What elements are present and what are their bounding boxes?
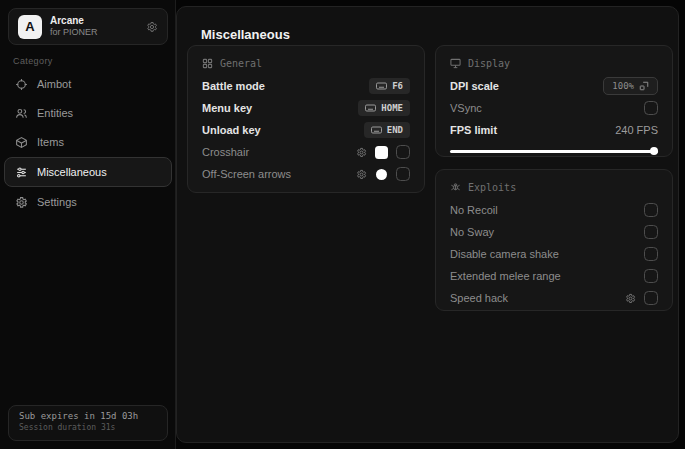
sidebar-nav: Aimbot Entities Items Miscellaneous Sett… <box>4 70 172 217</box>
monitor-icon <box>450 58 461 69</box>
extended-melee-range-checkbox[interactable] <box>644 269 658 283</box>
subscription-card: Sub expires in 15d 03h Session duration … <box>8 405 168 441</box>
fps-limit-value: 240 FPS <box>615 124 658 136</box>
menu-key-label: Menu key <box>202 102 350 114</box>
sidebar-item-label: Items <box>37 136 64 148</box>
keyboard-icon <box>365 104 376 112</box>
offscreen-arrows-checkbox[interactable] <box>396 167 410 181</box>
app-name: Arcane <box>50 15 138 28</box>
sidebar-item-label: Settings <box>37 196 77 208</box>
vsync-checkbox[interactable] <box>644 101 658 115</box>
dpi-scale-row: DPI scale 100% <box>450 75 658 97</box>
battle-mode-keybind-button[interactable]: F6 <box>369 78 410 94</box>
crosshair-icon <box>15 78 28 91</box>
extended-melee-range-row: Extended melee range <box>450 265 658 287</box>
disable-camera-shake-label: Disable camera shake <box>450 248 636 260</box>
unload-key-row: Unload key END <box>202 119 410 141</box>
vsync-row: VSync <box>450 97 658 119</box>
speed-hack-row: Speed hack <box>450 287 658 309</box>
unload-key-label: Unload key <box>202 124 356 136</box>
bug-icon <box>450 182 461 193</box>
cube-icon <box>15 136 28 149</box>
crosshair-checkbox[interactable] <box>396 145 410 159</box>
sidebar-item-label: Miscellaneous <box>37 166 107 178</box>
sidebar-item-items[interactable]: Items <box>4 128 172 156</box>
vsync-label: VSync <box>450 102 636 114</box>
scale-icon <box>639 81 649 91</box>
no-sway-row: No Sway <box>450 221 658 243</box>
fps-limit-slider[interactable] <box>450 147 658 155</box>
sidebar-item-label: Aimbot <box>37 78 71 90</box>
main-content: Miscellaneous General Battle mode F6 Men… <box>176 6 679 443</box>
session-duration-text: Session duration 31s <box>19 423 157 432</box>
speed-hack-label: Speed hack <box>450 292 617 304</box>
unload-key-keybind: END <box>387 125 403 135</box>
no-recoil-label: No Recoil <box>450 204 636 216</box>
battle-mode-row: Battle mode F6 <box>202 75 410 97</box>
crosshair-color-swatch[interactable] <box>375 146 388 159</box>
keyboard-icon <box>371 126 382 134</box>
dpi-scale-label: DPI scale <box>450 80 595 92</box>
general-panel-header: General <box>202 58 410 69</box>
page-title: Miscellaneous <box>201 27 290 42</box>
offscreen-arrows-row: Off-Screen arrows <box>202 163 410 185</box>
offscreen-arrows-label: Off-Screen arrows <box>202 168 348 180</box>
offscreen-arrows-color-swatch[interactable] <box>376 169 387 180</box>
menu-key-row: Menu key HOME <box>202 97 410 119</box>
general-panel-title: General <box>220 58 262 69</box>
exploits-panel-header: Exploits <box>450 182 658 193</box>
no-recoil-row: No Recoil <box>450 199 658 221</box>
speed-hack-settings-gear-icon[interactable] <box>625 293 636 304</box>
sub-expires-text: Sub expires in 15d 03h <box>19 411 157 421</box>
category-label: Category <box>13 56 53 66</box>
slider-track <box>450 150 658 153</box>
sidebar-item-settings[interactable]: Settings <box>4 188 172 216</box>
battle-mode-label: Battle mode <box>202 80 361 92</box>
no-sway-label: No Sway <box>450 226 636 238</box>
display-panel: Display DPI scale 100% VSync FPS limit 2… <box>435 45 673 157</box>
app-logo: A <box>18 15 42 39</box>
menu-key-keybind: HOME <box>381 103 403 113</box>
exploits-panel-title: Exploits <box>468 182 516 193</box>
keyboard-icon <box>376 82 387 90</box>
dpi-scale-button[interactable]: 100% <box>603 77 658 95</box>
sliders-icon <box>15 166 28 179</box>
brand-text: Arcane for PIONER <box>50 15 138 39</box>
brand-card: A Arcane for PIONER <box>8 8 168 45</box>
grid-icon <box>202 58 213 69</box>
speed-hack-checkbox[interactable] <box>644 291 658 305</box>
sidebar-item-miscellaneous[interactable]: Miscellaneous <box>4 157 172 187</box>
sidebar-item-entities[interactable]: Entities <box>4 99 172 127</box>
display-panel-header: Display <box>450 58 658 69</box>
display-panel-title: Display <box>468 58 510 69</box>
crosshair-row: Crosshair <box>202 141 410 163</box>
sidebar-item-label: Entities <box>37 107 73 119</box>
crosshair-label: Crosshair <box>202 146 348 158</box>
unload-key-keybind-button[interactable]: END <box>364 122 410 138</box>
sidebar: A Arcane for PIONER Category Aimbot Enti… <box>0 0 176 449</box>
dpi-scale-value: 100% <box>612 81 634 91</box>
disable-camera-shake-checkbox[interactable] <box>644 247 658 261</box>
slider-thumb[interactable] <box>650 147 658 155</box>
menu-key-keybind-button[interactable]: HOME <box>358 100 410 116</box>
sidebar-item-aimbot[interactable]: Aimbot <box>4 70 172 98</box>
no-sway-checkbox[interactable] <box>644 225 658 239</box>
gear-icon <box>15 196 28 209</box>
app-subtitle: for PIONER <box>50 27 138 38</box>
general-panel: General Battle mode F6 Menu key HOME Unl… <box>187 45 425 193</box>
crosshair-settings-gear-icon[interactable] <box>356 147 367 158</box>
offscreen-arrows-settings-gear-icon[interactable] <box>356 169 367 180</box>
extended-melee-range-label: Extended melee range <box>450 270 636 282</box>
brand-settings-icon[interactable] <box>146 21 158 33</box>
entities-icon <box>15 107 28 120</box>
fps-limit-label: FPS limit <box>450 124 607 136</box>
disable-camera-shake-row: Disable camera shake <box>450 243 658 265</box>
battle-mode-keybind: F6 <box>392 81 403 91</box>
fps-limit-row: FPS limit 240 FPS <box>450 119 658 141</box>
no-recoil-checkbox[interactable] <box>644 203 658 217</box>
exploits-panel: Exploits No Recoil No Sway Disable camer… <box>435 169 673 311</box>
